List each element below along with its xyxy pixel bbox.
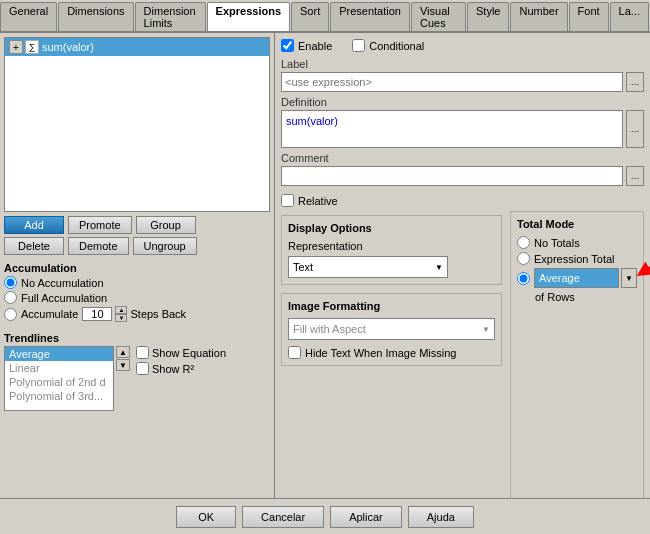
representation-value: Text bbox=[293, 261, 313, 273]
ok-button[interactable]: OK bbox=[176, 506, 236, 528]
expression-label: sum(valor) bbox=[42, 41, 94, 53]
comment-title: Comment bbox=[281, 152, 644, 164]
top-button-row: Add Promote Group bbox=[4, 216, 270, 234]
tab-dimensions[interactable]: Dimensions bbox=[58, 2, 133, 31]
hide-text-checkbox[interactable] bbox=[288, 346, 301, 359]
average-radio[interactable] bbox=[517, 272, 530, 285]
steps-back-label: Steps Back bbox=[130, 308, 186, 320]
tab-general[interactable]: General bbox=[0, 2, 57, 31]
trendlist-scroll-down[interactable]: ▼ bbox=[116, 359, 130, 371]
conditional-checkbox[interactable] bbox=[352, 39, 365, 52]
enable-row: Enable bbox=[281, 39, 332, 52]
tab-expressions[interactable]: Expressions bbox=[207, 2, 290, 31]
left-panel: + ∑ sum(valor) Add Promote Group Delete … bbox=[0, 33, 275, 523]
image-formatting: Image Formatting Fill with Aspect ▼ Hide… bbox=[281, 293, 502, 366]
expression-list[interactable]: + ∑ sum(valor) bbox=[4, 37, 270, 212]
delete-button[interactable]: Delete bbox=[4, 237, 64, 255]
add-button[interactable]: Add bbox=[4, 216, 64, 234]
tab-la[interactable]: La... bbox=[610, 2, 649, 31]
average-value: Average bbox=[539, 272, 580, 284]
trendline-average[interactable]: Average bbox=[5, 347, 113, 361]
trendline-linear[interactable]: Linear bbox=[5, 361, 113, 375]
trendline-options: Show Equation Show R² bbox=[136, 346, 226, 411]
hide-text-label: Hide Text When Image Missing bbox=[305, 347, 456, 359]
tab-dimension-limits[interactable]: Dimension Limits bbox=[135, 2, 206, 31]
no-accumulation-row: No Accumulation bbox=[4, 276, 270, 289]
trendline-poly3[interactable]: Polynomial of 3rd... bbox=[5, 389, 113, 403]
trendline-list[interactable]: Average Linear Polynomial of 2nd d Polyn… bbox=[4, 346, 114, 411]
definition-area[interactable]: sum(valor) bbox=[281, 110, 623, 148]
representation-select[interactable]: Text ▼ bbox=[288, 256, 448, 278]
spin-down[interactable]: ▼ bbox=[115, 314, 127, 322]
show-equation-checkbox[interactable] bbox=[136, 346, 149, 359]
aspect-select[interactable]: Fill with Aspect ▼ bbox=[288, 318, 495, 340]
tab-style[interactable]: Style bbox=[467, 2, 509, 31]
definition-btn[interactable]: … bbox=[626, 110, 644, 148]
ungroup-button[interactable]: Ungroup bbox=[133, 237, 197, 255]
relative-row: Relative bbox=[281, 194, 644, 207]
total-mode-title: Total Mode bbox=[517, 218, 637, 230]
conditional-row: Conditional bbox=[352, 39, 424, 52]
expression-item[interactable]: + ∑ sum(valor) bbox=[5, 38, 269, 56]
apply-button[interactable]: Aplicar bbox=[330, 506, 402, 528]
of-rows: of Rows bbox=[517, 291, 637, 303]
enable-label: Enable bbox=[298, 40, 332, 52]
accumulate-radio[interactable] bbox=[4, 308, 17, 321]
promote-button[interactable]: Promote bbox=[68, 216, 132, 234]
full-accumulation-label: Full Accumulation bbox=[21, 292, 107, 304]
tab-visual-cues[interactable]: Visual Cues bbox=[411, 2, 466, 31]
footer: OK Cancelar Aplicar Ajuda bbox=[0, 498, 650, 534]
conditional-label: Conditional bbox=[369, 40, 424, 52]
tab-number[interactable]: Number bbox=[510, 2, 567, 31]
svg-line-0 bbox=[643, 255, 650, 272]
spin-wrap: ▲ ▼ Steps Back bbox=[82, 306, 186, 322]
comment-btn[interactable]: … bbox=[626, 166, 644, 186]
label-title: Label bbox=[281, 58, 644, 70]
accumulate-row: Accumulate ▲ ▼ Steps Back bbox=[4, 306, 270, 322]
definition-value: sum(valor) bbox=[284, 113, 620, 129]
average-dropdown[interactable]: Average bbox=[534, 268, 619, 288]
aspect-arrow-icon: ▼ bbox=[482, 325, 490, 334]
help-button[interactable]: Ajuda bbox=[408, 506, 474, 528]
label-input[interactable] bbox=[281, 72, 623, 92]
relative-checkbox[interactable] bbox=[281, 194, 294, 207]
comment-input[interactable] bbox=[281, 166, 623, 186]
trendline-poly2[interactable]: Polynomial of 2nd d bbox=[5, 375, 113, 389]
expression-total-row: Expression Total bbox=[517, 252, 637, 265]
full-accumulation-row: Full Accumulation bbox=[4, 291, 270, 304]
main-content: + ∑ sum(valor) Add Promote Group Delete … bbox=[0, 33, 650, 523]
no-totals-radio[interactable] bbox=[517, 236, 530, 249]
trendlines-title: Trendlines bbox=[4, 332, 270, 344]
full-accumulation-radio[interactable] bbox=[4, 291, 17, 304]
expand-icon[interactable]: + bbox=[9, 40, 23, 54]
show-r2-checkbox[interactable] bbox=[136, 362, 149, 375]
tab-font[interactable]: Font bbox=[569, 2, 609, 31]
cancel-button[interactable]: Cancelar bbox=[242, 506, 324, 528]
tab-presentation[interactable]: Presentation bbox=[330, 2, 410, 31]
group-button[interactable]: Group bbox=[136, 216, 196, 234]
steps-input[interactable] bbox=[82, 307, 112, 321]
accumulation-title: Accumulation bbox=[4, 262, 270, 274]
no-accumulation-radio[interactable] bbox=[4, 276, 17, 289]
average-row: Average ▼ bbox=[517, 268, 637, 288]
label-row: … bbox=[281, 72, 644, 92]
no-totals-label: No Totals bbox=[534, 237, 580, 249]
show-equation-label: Show Equation bbox=[152, 347, 226, 359]
definition-title: Definition bbox=[281, 96, 644, 108]
representation-arrow-icon: ▼ bbox=[435, 263, 443, 272]
display-options-title: Display Options bbox=[288, 222, 495, 234]
display-options: Display Options Representation Text ▼ bbox=[281, 215, 502, 285]
demote-button[interactable]: Demote bbox=[68, 237, 129, 255]
expression-type-icon: ∑ bbox=[25, 40, 39, 54]
show-r2-label: Show R² bbox=[152, 363, 194, 375]
label-btn[interactable]: … bbox=[626, 72, 644, 92]
spin-up[interactable]: ▲ bbox=[115, 306, 127, 314]
arrow-annotation bbox=[635, 250, 650, 280]
expression-total-radio[interactable] bbox=[517, 252, 530, 265]
tab-sort[interactable]: Sort bbox=[291, 2, 329, 31]
aspect-value: Fill with Aspect bbox=[293, 323, 366, 335]
no-totals-row: No Totals bbox=[517, 236, 637, 249]
enable-checkbox[interactable] bbox=[281, 39, 294, 52]
label-group: Label … bbox=[281, 58, 644, 92]
trendlist-scroll-up[interactable]: ▲ bbox=[116, 346, 130, 358]
